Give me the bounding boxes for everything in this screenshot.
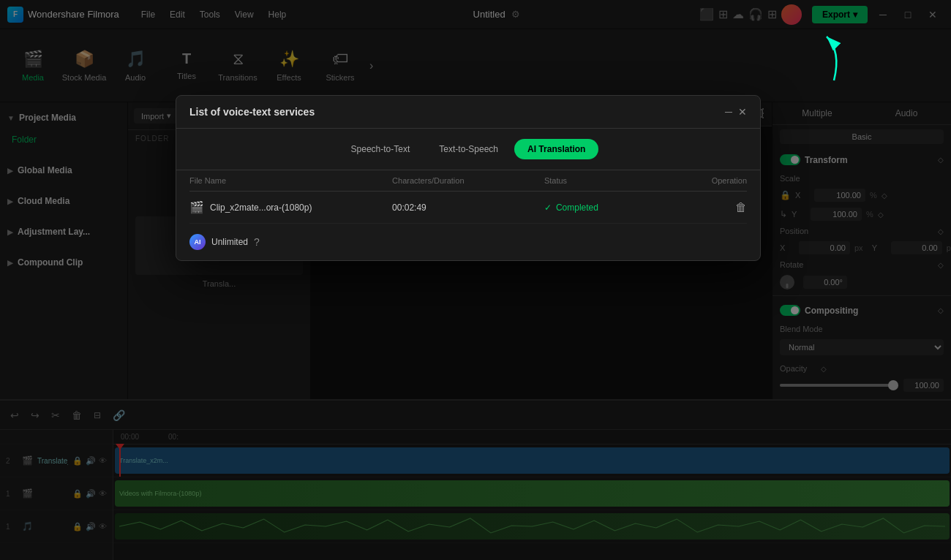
table-row-0: 🎬 Clip_x2mate...ora-(1080p) 00:02:49 ✓ C… — [189, 192, 747, 224]
status-label-0: Completed — [556, 203, 598, 213]
modal-title: List of voice-text services — [189, 106, 315, 118]
delete-row-0-button[interactable]: 🗑 — [735, 201, 747, 214]
status-cell-0: ✓ Completed — [544, 203, 646, 213]
status-checkmark-icon: ✓ — [544, 203, 552, 213]
op-cell-0: 🗑 — [645, 201, 747, 214]
table-header: File Name Characters/Duration Status Ope… — [189, 170, 747, 192]
help-icon[interactable]: ? — [254, 236, 260, 248]
modal-minimize-button[interactable]: ─ — [725, 106, 732, 118]
col-characters: Characters/Duration — [392, 176, 544, 185]
ai-icon: AI — [189, 234, 206, 250]
col-operation: Operation — [645, 176, 747, 185]
modal-overlay: List of voice-text services ─ ✕ Speech-t… — [0, 0, 951, 560]
col-file-name: File Name — [189, 176, 392, 185]
col-status: Status — [544, 176, 646, 185]
file-name-0: Clip_x2mate...ora-(1080p) — [210, 203, 312, 213]
modal-tab-speech-to-text[interactable]: Speech-to-Text — [338, 139, 424, 159]
file-icon-0: 🎬 — [189, 200, 204, 214]
file-cell-0: 🎬 Clip_x2mate...ora-(1080p) — [189, 200, 392, 214]
modal-tab-text-to-speech[interactable]: Text-to-Speech — [426, 139, 511, 159]
modal-controls: ─ ✕ — [725, 106, 747, 118]
duration-cell-0: 00:02:49 — [392, 203, 544, 213]
modal-header: List of voice-text services ─ ✕ — [176, 96, 760, 129]
modal-close-button[interactable]: ✕ — [738, 106, 747, 118]
modal-footer: AI Unlimited ? — [176, 224, 760, 260]
unlimited-label: Unlimited — [211, 237, 248, 247]
voice-text-modal: List of voice-text services ─ ✕ Speech-t… — [176, 95, 761, 261]
modal-tab-ai-translation[interactable]: AI Translation — [514, 139, 598, 159]
modal-table: File Name Characters/Duration Status Ope… — [176, 170, 760, 224]
modal-tabs: Speech-to-Text Text-to-Speech AI Transla… — [176, 129, 760, 170]
